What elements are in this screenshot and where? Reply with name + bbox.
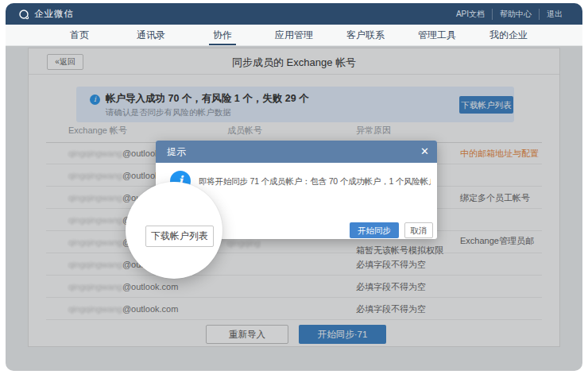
topbar-links: API文档 帮助中心 退出: [449, 9, 570, 20]
wecom-logo-icon: [18, 9, 29, 20]
tab-home[interactable]: 首页: [44, 25, 115, 45]
tab-contacts[interactable]: 通讯录: [115, 25, 187, 45]
main-nav: 首页 通讯录 协作 应用管理 客户联系 管理工具 我的企业: [6, 25, 582, 46]
api-docs-link[interactable]: API文档: [449, 9, 492, 20]
tab-collaboration-label: 协作: [213, 29, 232, 40]
dialog-message: 即将开始同步 71 个成员帐户：包含 70 个成功帐户，1 个风险帐户，: [199, 176, 431, 187]
tab-customer-contact[interactable]: 客户联系: [330, 25, 401, 45]
logout-link[interactable]: 退出: [539, 9, 570, 20]
app-root: 企业微信 API文档 帮助中心 退出 首页 通讯录 协作 应用管理 客户联系 管…: [0, 0, 588, 378]
wecom-logo: 企业微信: [18, 8, 74, 20]
tab-admin-tools[interactable]: 管理工具: [401, 25, 473, 45]
help-center-link[interactable]: 帮助中心: [492, 9, 539, 20]
tab-my-company[interactable]: 我的企业: [473, 25, 544, 45]
active-tab-underline: [209, 44, 236, 45]
logo-text: 企业微信: [34, 8, 74, 20]
topbar: 企业微信 API文档 帮助中心 退出: [6, 3, 582, 25]
spotlight-download-account-list-button[interactable]: 下载帐户列表: [145, 226, 214, 247]
tab-app-management[interactable]: 应用管理: [258, 25, 330, 45]
dialog-start-sync-button[interactable]: 开始同步: [350, 222, 399, 238]
dialog-header: 提示 ✕: [156, 141, 437, 163]
tab-collaboration[interactable]: 协作: [187, 25, 258, 45]
dialog-title: 提示: [167, 141, 186, 163]
dialog-cancel-button[interactable]: 取消: [404, 222, 433, 238]
close-icon[interactable]: ✕: [420, 141, 429, 163]
browser-card: 企业微信 API文档 帮助中心 退出 首页 通讯录 协作 应用管理 客户联系 管…: [6, 3, 582, 371]
